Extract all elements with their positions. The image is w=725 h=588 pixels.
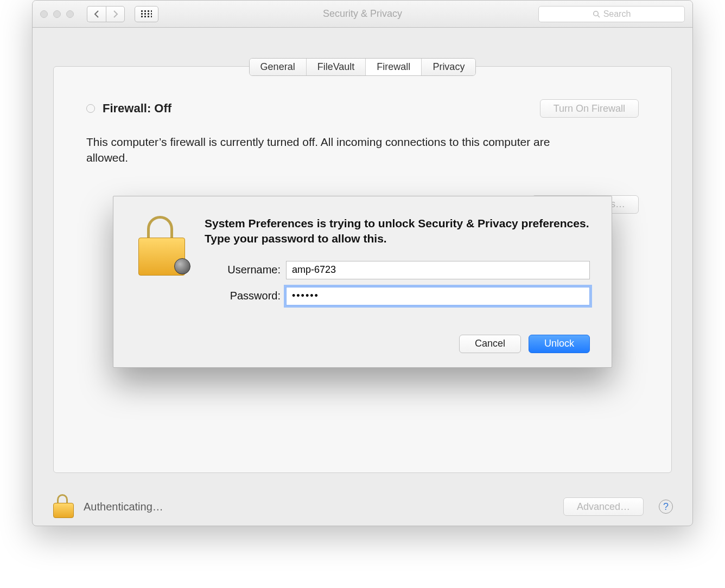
- forward-button[interactable]: [106, 6, 125, 22]
- username-field[interactable]: [286, 261, 590, 279]
- svg-rect-6: [148, 13, 149, 15]
- tab-general[interactable]: General: [250, 59, 307, 75]
- auth-dialog: System Preferences is trying to unlock S…: [113, 196, 612, 368]
- svg-rect-11: [151, 16, 152, 17]
- minimize-window-button[interactable]: [53, 10, 61, 18]
- tab-firewall[interactable]: Firewall: [366, 59, 422, 75]
- search-placeholder: Search: [603, 9, 631, 19]
- auth-actions: Cancel Unlock: [135, 335, 590, 353]
- firewall-status-title: Firewall: Off: [103, 101, 171, 116]
- svg-rect-1: [144, 10, 146, 12]
- auth-message: System Preferences is trying to unlock S…: [205, 216, 590, 247]
- svg-rect-10: [148, 16, 149, 17]
- lock-icon[interactable]: [52, 495, 75, 518]
- firewall-status-left: Firewall: Off: [86, 101, 171, 116]
- nav-group: [87, 6, 125, 22]
- preferences-window: Security & Privacy Search General FileVa…: [32, 0, 693, 526]
- chevron-right-icon: [113, 10, 118, 18]
- footer: Authenticating… Advanced… ?: [33, 488, 692, 526]
- svg-rect-0: [141, 10, 143, 12]
- svg-rect-7: [151, 13, 152, 15]
- svg-rect-8: [141, 16, 143, 17]
- search-icon: [593, 10, 600, 18]
- search-input[interactable]: Search: [538, 6, 685, 22]
- auth-lock-icon: [135, 216, 189, 281]
- zoom-window-button[interactable]: [66, 10, 74, 18]
- unlock-button[interactable]: Unlock: [529, 335, 590, 353]
- advanced-button[interactable]: Advanced…: [563, 497, 644, 516]
- back-button[interactable]: [87, 6, 106, 22]
- window-controls: [40, 10, 74, 18]
- turn-on-firewall-button[interactable]: Turn On Firewall: [540, 99, 639, 118]
- svg-rect-3: [151, 10, 152, 12]
- firewall-status-indicator: [86, 104, 95, 113]
- cancel-button[interactable]: Cancel: [459, 335, 521, 353]
- svg-rect-5: [144, 13, 146, 15]
- username-label: Username:: [205, 264, 281, 276]
- apps-grid-icon: [141, 10, 152, 18]
- svg-rect-2: [148, 10, 149, 12]
- password-row: Password:: [205, 287, 590, 305]
- tab-filevault[interactable]: FileVault: [307, 59, 366, 75]
- titlebar: Security & Privacy Search: [33, 1, 692, 28]
- firewall-status-row: Firewall: Off Turn On Firewall: [86, 99, 639, 118]
- help-button[interactable]: ?: [659, 500, 673, 514]
- password-field[interactable]: [286, 287, 590, 305]
- close-window-button[interactable]: [40, 10, 48, 18]
- svg-point-12: [593, 11, 598, 16]
- username-row: Username:: [205, 261, 590, 279]
- tab-privacy[interactable]: Privacy: [422, 59, 475, 75]
- tabbar: General FileVault Firewall Privacy: [249, 58, 476, 76]
- svg-line-13: [597, 15, 600, 17]
- padlock-knob-icon: [174, 258, 190, 274]
- password-label: Password:: [205, 290, 281, 302]
- auth-status-text: Authenticating…: [84, 501, 163, 513]
- show-all-button[interactable]: [135, 6, 158, 22]
- chevron-left-icon: [94, 10, 99, 18]
- svg-rect-9: [144, 16, 146, 17]
- tabbar-container: General FileVault Firewall Privacy: [33, 28, 692, 76]
- firewall-description: This computer’s firewall is currently tu…: [86, 134, 575, 166]
- svg-rect-4: [141, 13, 143, 15]
